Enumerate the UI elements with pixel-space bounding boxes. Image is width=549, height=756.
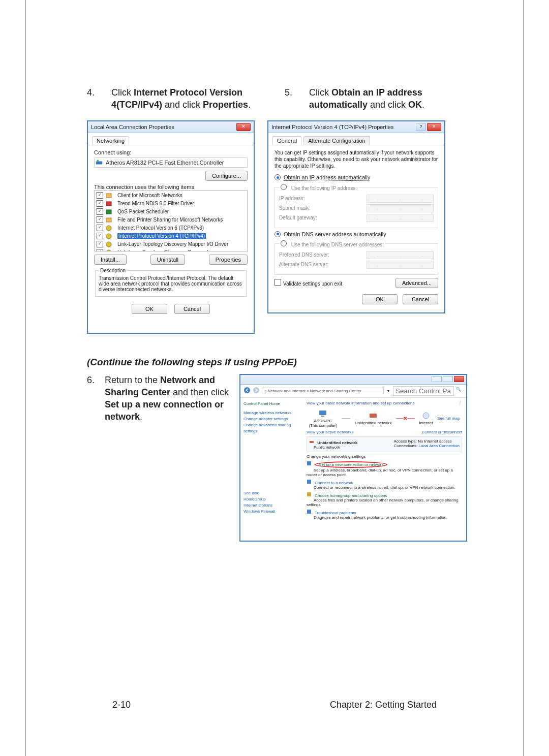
back-icon[interactable] xyxy=(243,387,251,395)
list-item: ✓QoS Packet Scheduler xyxy=(96,208,246,216)
see-full-map[interactable]: See full map xyxy=(437,416,460,421)
sidebar-item[interactable]: Change adapter settings xyxy=(243,416,299,422)
close-icon[interactable]: ✕ xyxy=(236,123,251,131)
svg-rect-19 xyxy=(307,492,311,496)
sidebar-item[interactable]: HomeGroup xyxy=(243,496,299,502)
dialog-title: Internet Protocol Version 4 (TCP/IPv4) P… xyxy=(271,124,393,130)
tab-general[interactable]: General xyxy=(272,136,301,145)
ok-button[interactable]: OK xyxy=(132,304,167,314)
sidebar-item[interactable]: Manage wireless networks xyxy=(243,410,299,416)
tabbar: General Alternate Configuration xyxy=(268,133,444,145)
step-6: 6. Return to the Network and Sharing Cen… xyxy=(87,374,229,542)
properties-button[interactable]: Properties xyxy=(209,255,248,265)
lan-connection-link[interactable]: Local Area Connection xyxy=(419,444,460,448)
close-icon[interactable]: ✕ xyxy=(427,123,441,131)
ip4-icon xyxy=(105,233,112,240)
checkbox-icon[interactable]: ✓ xyxy=(97,216,103,223)
sidebar-home[interactable]: Control Panel Home xyxy=(243,401,299,407)
radio-use-ip: Use the following IP address: xyxy=(291,185,357,191)
step-text: Click Internet Protocol Version 4(TCP/IP… xyxy=(111,86,269,111)
ok-button[interactable]: OK xyxy=(362,294,398,304)
troubleshoot-link[interactable]: Troubleshoot problems xyxy=(315,511,356,515)
checkbox-icon[interactable]: ✓ xyxy=(97,233,103,239)
radio-auto-dns[interactable]: Obtain DNS server address automatically xyxy=(274,231,438,237)
connect-link[interactable]: Connect to a network xyxy=(315,481,353,485)
help-icon[interactable]: ? xyxy=(416,123,426,131)
svg-rect-2 xyxy=(106,194,111,198)
maximize-icon[interactable] xyxy=(443,376,453,382)
step-number: 6. xyxy=(87,374,95,542)
search-icon[interactable]: 🔍 xyxy=(456,387,463,394)
svg-rect-16 xyxy=(310,441,314,443)
checkbox-icon[interactable]: ✓ xyxy=(97,192,103,199)
items-list: ✓Client for Microsoft Networks ✓Trend Mi… xyxy=(94,190,248,251)
checkbox-icon[interactable] xyxy=(274,279,281,286)
svg-point-15 xyxy=(423,413,429,419)
uninstall-button[interactable]: Uninstall xyxy=(150,255,185,265)
svg-rect-12 xyxy=(319,411,326,415)
pref-dns-input: ... xyxy=(367,251,434,259)
breadcrumb[interactable]: « Network and Internet » Network and Sha… xyxy=(262,388,384,394)
svg-point-9 xyxy=(106,250,111,251)
svg-rect-20 xyxy=(307,510,311,514)
advanced-button[interactable]: Advanced... xyxy=(395,278,438,288)
sidebar-item[interactable]: Windows Firewall xyxy=(243,509,299,515)
intro-text: You can get IP settings assigned automat… xyxy=(274,149,438,169)
svg-rect-3 xyxy=(106,202,111,206)
sidebar-item[interactable]: Internet Options xyxy=(243,502,299,509)
close-icon[interactable] xyxy=(454,376,464,382)
minimize-icon[interactable] xyxy=(432,376,442,382)
homegroup-icon xyxy=(307,492,312,497)
alt-dns-label: Alternate DNS server: xyxy=(279,262,328,267)
list-item: ✓Internet Protocol Version 6 (TCP/IPv6) xyxy=(96,224,246,232)
dialog-title: Local Area Connection Properties xyxy=(91,124,174,130)
connect-disconnect[interactable]: Connect or disconnect xyxy=(421,430,462,434)
tab-networking[interactable]: Networking xyxy=(92,136,129,145)
cancel-button[interactable]: Cancel xyxy=(403,294,438,304)
radio-icon[interactable] xyxy=(281,240,287,246)
list-item: ✓Client for Microsoft Networks xyxy=(96,192,246,200)
list-item: ✓Link-Layer Topology Discovery Mapper I/… xyxy=(96,240,246,248)
globe-icon xyxy=(421,412,431,420)
checkbox-icon[interactable]: ✓ xyxy=(97,225,103,231)
homegroup-link[interactable]: Choose homegroup and sharing options xyxy=(315,493,387,498)
radio-icon xyxy=(274,231,281,237)
tab-alternate[interactable]: Alternate Configuration xyxy=(303,136,370,145)
svg-point-8 xyxy=(106,242,111,247)
chapter-title: Chapter 2: Getting Started xyxy=(330,700,437,710)
item-desc: Connect or reconnect to a wireless, wire… xyxy=(314,485,455,490)
dialogs-row: Local Area Connection Properties ✕ Netwo… xyxy=(87,120,467,334)
sidebar-item[interactable]: Change advanced sharing settings xyxy=(243,422,299,434)
ip-label: IP address: xyxy=(279,196,304,201)
item-desc: Access files and printers located on oth… xyxy=(307,498,459,507)
checkbox-icon[interactable]: ✓ xyxy=(97,200,103,207)
change-settings-label: Change your networking settings xyxy=(307,454,462,459)
item-desc: Set up a wireless, broadband, dial-up, a… xyxy=(307,468,453,477)
checkbox-icon[interactable]: ✓ xyxy=(97,208,103,215)
adapter-icon xyxy=(96,159,103,166)
radio-auto-ip[interactable]: Obtain an IP address automatically xyxy=(274,174,438,181)
highlighted-link[interactable]: Set up a new connection or network xyxy=(315,461,387,468)
help-icon[interactable]: ❔ xyxy=(457,401,462,405)
checkbox-icon[interactable]: ✓ xyxy=(97,241,103,247)
list-item: ✓Trend Micro NDIS 6.0 Filter Driver xyxy=(96,200,246,208)
list-item: ✓Link-Layer Topology Discovery Responder xyxy=(96,248,246,251)
alt-dns-input: ... xyxy=(367,261,434,269)
list-item: ✓Internet Protocol Version 4 (TCP/IPv4) xyxy=(96,232,246,240)
step-number: 5. xyxy=(285,86,299,111)
configure-button[interactable]: Configure... xyxy=(205,171,248,181)
setup-icon xyxy=(307,461,312,466)
bench-icon xyxy=(309,439,314,444)
svg-point-7 xyxy=(106,234,111,239)
cancel-button[interactable]: Cancel xyxy=(174,304,210,314)
search-input[interactable] xyxy=(393,386,454,396)
radio-icon[interactable] xyxy=(281,184,287,190)
uses-label: This connection uses the following items… xyxy=(94,184,248,190)
step-text: Return to the Network and Sharing Center… xyxy=(105,374,229,542)
svg-rect-13 xyxy=(321,416,324,417)
page-number: 2-10 xyxy=(112,700,131,710)
titlebar xyxy=(240,375,466,385)
forward-icon[interactable] xyxy=(253,387,260,395)
checkbox-icon[interactable]: ✓ xyxy=(97,249,103,251)
install-button[interactable]: Install... xyxy=(94,255,127,265)
